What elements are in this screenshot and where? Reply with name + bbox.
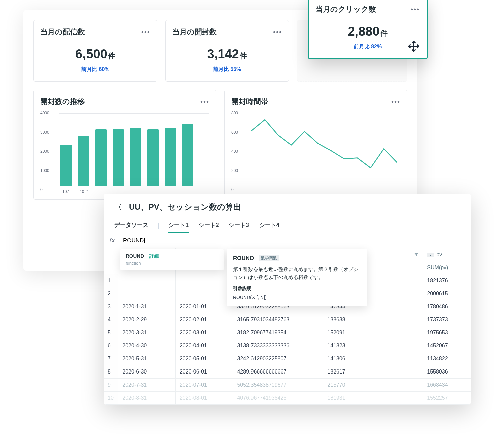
y-tick-label: 0 <box>40 187 43 192</box>
move-icon[interactable] <box>408 40 420 52</box>
sheet-title: UU、PV、セッション数の算出 <box>129 202 241 212</box>
chart-title: 開封時間帯 <box>231 97 268 107</box>
cell-month: 2020-03-01 <box>175 326 233 339</box>
st-badge: ST <box>427 253 434 257</box>
cell-gap <box>374 313 423 326</box>
table-row[interactable]: 42020-2-292020-02-013165.793103448276313… <box>104 313 471 326</box>
cell-sum: 1134822 <box>423 352 471 365</box>
cell-date: 2020-2-29 <box>118 313 176 326</box>
bar <box>60 145 72 186</box>
cell-month: 2020-05-01 <box>175 352 233 365</box>
row-number: 4 <box>104 313 118 326</box>
tab-sheet4[interactable]: シート4 <box>259 218 280 233</box>
tooltip-name: ROUND <box>233 254 254 263</box>
kpi-subtext: 前月比 82% <box>316 43 420 50</box>
row-number: 9 <box>104 379 118 392</box>
table-row[interactable]: 82020-6-302020-06-014289.966666666667182… <box>104 365 471 379</box>
cell-date: 2020-6-30 <box>118 365 176 379</box>
cell-month <box>175 274 233 287</box>
row-number: 1 <box>104 274 118 287</box>
tooltip-args-label: 引数説明 <box>233 285 361 292</box>
y-tick-label: 400 <box>231 149 238 154</box>
kpi-subtext: 前月比 55% <box>172 66 282 73</box>
row-number: 6 <box>104 339 118 352</box>
x-tick-label: 10.1 <box>62 189 70 194</box>
cell-avg: 5052.354838709677 <box>233 379 323 392</box>
cell-date: 2020-8-31 <box>118 392 176 405</box>
cell-count: 182617 <box>323 365 374 379</box>
table-row[interactable]: 52020-3-312020-03-013182.709677419354152… <box>104 326 471 339</box>
cell-avg: 3165.7931034482763 <box>233 313 323 326</box>
suggest-type: function <box>126 261 218 266</box>
table-row[interactable]: 92020-7-312020-07-015052.354838709677215… <box>104 379 471 392</box>
cell-avg: 4289.966666666667 <box>233 365 323 379</box>
cell-sum: 1737373 <box>423 313 471 326</box>
tab-sheet3[interactable]: シート3 <box>228 218 249 233</box>
line-series <box>251 113 397 186</box>
cell-month: 2020-08-01 <box>175 392 233 405</box>
kpi-unit: 件 <box>380 29 388 37</box>
more-icon[interactable]: ••• <box>391 98 400 106</box>
cell-count: 215770 <box>323 379 374 392</box>
tooltip-description: 第１引数を最も近い整数に丸めます。第２引数（オプション）は小数点以下の丸める桁数… <box>233 265 361 281</box>
filter-icon[interactable] <box>414 252 419 257</box>
y-tick-label: 1000 <box>40 168 49 173</box>
y-tick-label: 3000 <box>40 130 49 135</box>
cell-gap <box>374 287 423 300</box>
chart-card-line: 開封時間帯 ••• 0200400600800 <box>224 90 407 200</box>
kpi-value: 6,500 <box>75 47 107 61</box>
tab-sheet1[interactable]: シート1 <box>168 218 189 233</box>
bar <box>182 124 193 186</box>
cell-month: 2020-02-01 <box>175 313 233 326</box>
more-icon[interactable]: ••• <box>141 28 150 36</box>
kpi-value: 2,880 <box>348 24 379 38</box>
suggest-detail-link[interactable]: 詳細 <box>149 253 159 259</box>
cell-count: 141823 <box>323 339 374 352</box>
row-number: 7 <box>104 352 118 365</box>
cell-avg: 3138.7333333333336 <box>233 339 323 352</box>
cell-gap <box>374 352 423 365</box>
cell-gap <box>374 274 423 287</box>
kpi-unit: 件 <box>240 52 247 60</box>
kpi-title: 当月の開封数 <box>172 27 217 37</box>
bar <box>147 129 159 186</box>
table-row[interactable]: 62020-4-302020-04-013138.733333333333614… <box>104 339 471 352</box>
cell-sum: 1452067 <box>423 339 471 352</box>
bar <box>113 129 124 186</box>
suggest-name: ROUND <box>126 253 144 259</box>
tab-datasource[interactable]: データソース <box>114 218 149 233</box>
cell-avg: 3182.709677419354 <box>233 326 323 339</box>
kpi-value: 3,142 <box>207 47 239 61</box>
row-number: 10 <box>104 392 118 405</box>
function-tooltip: ROUND 数学関数 第１引数を最も近い整数に丸めます。第２引数（オプション）は… <box>227 249 367 306</box>
formula-input[interactable] <box>120 233 471 248</box>
cell-sum: 1821376 <box>423 274 471 287</box>
bar <box>95 129 107 186</box>
table-row[interactable]: 72020-5-312020-05-013242.612903225807141… <box>104 352 471 365</box>
back-icon[interactable]: 〈 <box>114 203 122 211</box>
kpi-card-delivery: 当月の配信数 ••• 6,500件 前月比 60% <box>33 20 157 82</box>
cell-month: 2020-06-01 <box>175 365 233 379</box>
row-number: 5 <box>104 326 118 339</box>
cell-date: 2020-4-30 <box>118 339 176 352</box>
more-icon[interactable]: ••• <box>200 98 209 106</box>
cell-gap <box>374 300 423 313</box>
kpi-title: 当月の配信数 <box>40 27 85 37</box>
cell-count: 141806 <box>323 352 374 365</box>
cell-count: 138638 <box>323 313 374 326</box>
autocomplete-item[interactable]: ROUND 詳細 function <box>120 249 224 270</box>
kpi-unit: 件 <box>108 52 115 60</box>
more-icon[interactable]: ••• <box>273 28 282 36</box>
x-tick-label: 10.2 <box>80 189 88 194</box>
cell-gap <box>374 326 423 339</box>
column-filter[interactable] <box>374 248 423 261</box>
cell-gap <box>374 379 423 392</box>
table-row[interactable]: 102020-8-312020-08-014076.96774193542518… <box>104 392 471 405</box>
column-header-sum[interactable]: STpv <box>423 248 471 261</box>
tab-sheet2[interactable]: シート2 <box>198 218 219 233</box>
kpi-card-click-floating[interactable]: 当月のクリック数 ••• 2,880件 前月比 82% <box>308 0 428 59</box>
tabs: データソース | シート1 シート2 シート3 シート4 <box>114 218 461 233</box>
more-icon[interactable]: ••• <box>411 6 420 13</box>
cell-date: 2020-1-31 <box>118 300 176 313</box>
row-number: 8 <box>104 365 118 379</box>
